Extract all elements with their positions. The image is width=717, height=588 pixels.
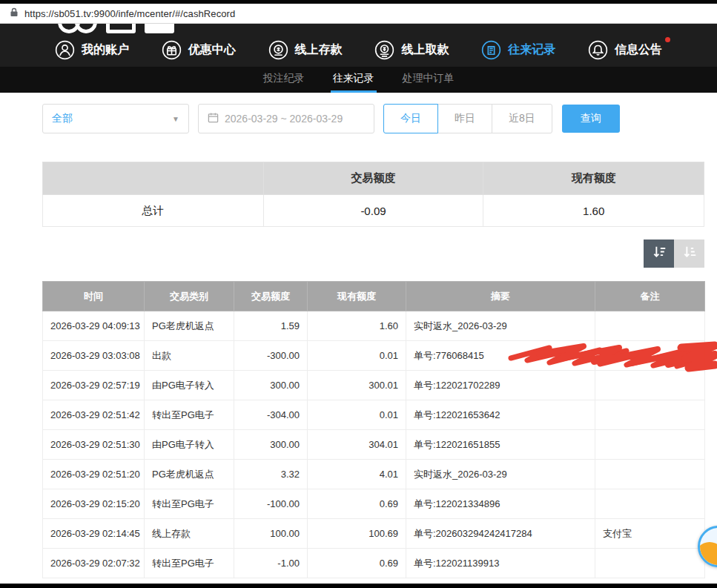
cell-summary: 单号:776068415	[406, 341, 595, 371]
date-shortcut-group: 今日 昨日 近8日	[383, 104, 552, 133]
tab-label: 投注纪录	[263, 72, 305, 85]
cell-time: 2026-03-29 02:51:30	[43, 430, 145, 460]
last-8-days-button[interactable]: 近8日	[492, 104, 552, 133]
cell-type: 由PG电子转入	[145, 430, 234, 460]
cell-time: 2026-03-29 02:15:20	[43, 489, 145, 519]
nav-item-deposit[interactable]: 线上存款	[268, 40, 343, 60]
table-row: 2026-03-29 02:51:42 转出至PG电子 -304.00 0.01…	[43, 400, 705, 430]
cell-type: PG老虎机返点	[145, 311, 234, 341]
calendar-icon	[208, 112, 219, 125]
cell-summary: 单号:122021334896	[406, 489, 595, 519]
today-button[interactable]: 今日	[383, 104, 438, 133]
cell-summary: 单号:202603294242417284	[406, 519, 595, 549]
type-select[interactable]: 全部 ▼	[42, 104, 189, 133]
table-row: 2026-03-29 02:57:19 由PG电子转入 300.00 300.0…	[43, 371, 705, 400]
summary-header-transaction: 交易额度	[263, 162, 483, 195]
table-row: 2026-03-29 02:07:32 转出至PG电子 -1.00 0.69 单…	[43, 549, 705, 578]
cell-summary: 单号:122021653642	[406, 400, 595, 430]
lock-icon	[10, 7, 19, 20]
cell-amount: 300.00	[234, 430, 308, 460]
tab-processing-orders[interactable]: 处理中订单	[400, 67, 457, 93]
tab-label: 往来记录	[333, 72, 374, 85]
col-header-remark: 备注	[595, 282, 705, 311]
cell-type: 转出至PG电子	[145, 549, 234, 578]
cell-balance: 1.60	[308, 311, 406, 341]
tab-betting-records[interactable]: 投注纪录	[261, 67, 307, 93]
cell-type: PG老虎机返点	[145, 460, 234, 489]
cell-remark	[595, 311, 705, 341]
table-row: 2026-03-29 02:51:20 PG老虎机返点 3.32 4.01 实时…	[43, 460, 705, 489]
cell-time: 2026-03-29 04:09:13	[43, 311, 145, 341]
nav-item-announcements[interactable]: 信息公告	[588, 40, 662, 60]
cell-time: 2026-03-29 02:07:32	[43, 549, 145, 578]
date-range-input[interactable]: 2026-03-29 ~ 2026-03-29	[198, 104, 374, 133]
gift-icon	[162, 40, 182, 60]
cell-amount: -304.00	[234, 400, 308, 430]
yesterday-button[interactable]: 昨日	[437, 104, 492, 133]
nav-item-my-account[interactable]: 我的账户	[55, 40, 129, 60]
cell-amount: 300.00	[234, 371, 308, 400]
table-row: 2026-03-29 02:15:20 转出至PG电子 -100.00 0.69…	[43, 489, 705, 519]
tab-transaction-records[interactable]: 往来记录	[331, 67, 377, 93]
cell-amount: 100.00	[234, 519, 308, 549]
type-select-value: 全部	[52, 112, 73, 125]
records-table: 时间 交易类别 交易额度 现有额度 摘要 备注 2026-03-29 04:09…	[42, 281, 705, 578]
cell-balance: 0.01	[308, 341, 406, 371]
cell-remark	[595, 400, 705, 430]
cell-type: 线上存款	[145, 519, 234, 549]
nav-item-withdraw[interactable]: 线上取款	[374, 40, 449, 60]
cell-remark	[595, 460, 705, 489]
cell-balance: 0.01	[308, 400, 406, 430]
bell-icon	[588, 40, 608, 60]
nav-item-label: 信息公告	[615, 42, 662, 58]
sort-controls	[42, 240, 704, 268]
chevron-down-icon: ▼	[172, 115, 179, 123]
site-header: 我的账户 优惠中心 线上存款 线上取款 往来记录	[0, 24, 717, 67]
tab-label: 处理中订单	[403, 72, 455, 85]
cell-type: 转出至PG电子	[145, 400, 234, 430]
filter-row: 全部 ▼ 2026-03-29 ~ 2026-03-29 今日 昨日 近8日 查…	[42, 104, 704, 133]
table-row: 2026-03-29 02:51:30 由PG电子转入 300.00 304.0…	[43, 430, 705, 460]
col-header-time: 时间	[43, 282, 145, 311]
main-content: 全部 ▼ 2026-03-29 ~ 2026-03-29 今日 昨日 近8日 查…	[42, 93, 704, 578]
url-text[interactable]: https://sb051.tv:9900/infe/mcenter/#/cas…	[24, 8, 235, 19]
records-header-row: 时间 交易类别 交易额度 现有额度 摘要 备注	[43, 282, 705, 311]
nav-item-label: 往来记录	[508, 42, 555, 58]
cell-balance: 100.69	[308, 519, 406, 549]
cell-time: 2026-03-29 03:03:08	[43, 341, 145, 371]
cell-balance: 0.69	[308, 549, 406, 578]
deposit-icon	[268, 40, 288, 60]
cell-amount: 1.59	[234, 311, 308, 341]
sort-descending-button[interactable]	[644, 240, 674, 268]
cell-balance: 0.69	[308, 489, 406, 519]
summary-transaction-total: -0.09	[263, 195, 483, 227]
summary-header-balance: 现有额度	[483, 162, 704, 195]
nav-item-label: 我的账户	[82, 42, 129, 58]
nav-item-promotions[interactable]: 优惠中心	[162, 40, 236, 60]
cell-amount: 3.32	[234, 460, 308, 489]
sort-ascending-button[interactable]	[674, 240, 704, 268]
cell-type: 转出至PG电子	[145, 489, 234, 519]
nav-item-label: 优惠中心	[188, 42, 236, 58]
cell-summary: 单号:122021651855	[406, 430, 595, 460]
query-button[interactable]: 查询	[562, 105, 620, 133]
cell-type: 由PG电子转入	[145, 371, 234, 400]
cell-time: 2026-03-29 02:57:19	[43, 371, 145, 400]
cell-balance: 300.01	[308, 371, 406, 400]
date-range-value: 2026-03-29 ~ 2026-03-29	[225, 113, 343, 125]
nav-item-label: 线上取款	[401, 42, 449, 58]
cell-summary: 单号:122021702289	[406, 371, 595, 400]
nav-item-transaction-records[interactable]: 往来记录	[481, 40, 555, 60]
browser-address-bar[interactable]: https://sb051.tv:9900/infe/mcenter/#/cas…	[0, 4, 717, 24]
cell-type: 出款	[145, 341, 234, 371]
records-icon	[481, 40, 501, 60]
summary-total-row: 总计 -0.09 1.60	[43, 195, 704, 227]
table-row: 2026-03-29 04:09:13 PG老虎机返点 1.59 1.60 实时…	[43, 311, 705, 341]
cell-summary: 实时返水_2026-03-29	[406, 311, 595, 341]
cell-balance: 4.01	[308, 460, 406, 489]
col-header-summary: 摘要	[406, 282, 595, 311]
cell-time: 2026-03-29 02:51:42	[43, 400, 145, 430]
cell-remark: 支付宝	[595, 519, 705, 549]
main-nav: 我的账户 优惠中心 线上存款 线上取款 往来记录	[0, 33, 717, 67]
cell-balance: 304.01	[308, 430, 406, 460]
